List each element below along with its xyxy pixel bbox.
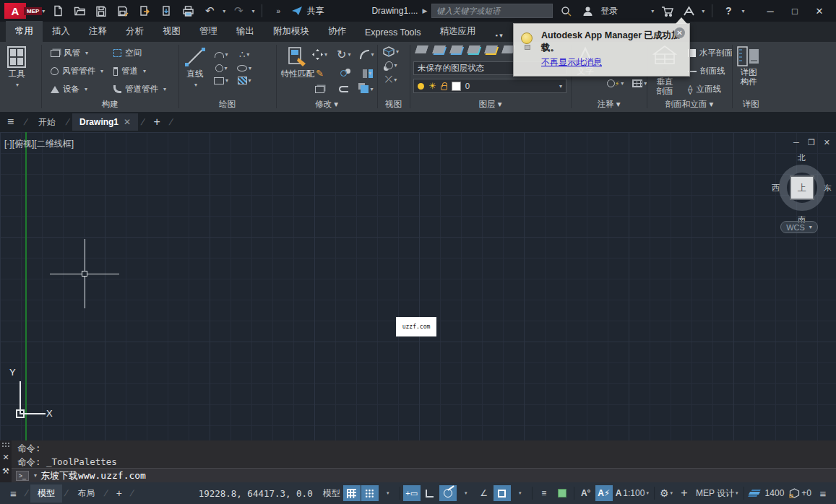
layer-on-icon[interactable]: [484, 45, 498, 53]
login-button[interactable]: 登录: [600, 5, 618, 17]
redo-dropdown[interactable]: ▾: [251, 8, 254, 14]
autodesk-dropdown[interactable]: ▾: [702, 8, 704, 14]
pipe-button[interactable]: 管道▾: [113, 66, 146, 77]
annotation-visibility-toggle[interactable]: A°: [577, 485, 595, 501]
horizontal-section-button[interactable]: 水平剖面: [688, 48, 733, 58]
model-space-toggle[interactable]: 模型: [321, 485, 342, 501]
tab-insert[interactable]: 插入: [43, 21, 79, 42]
tab-output[interactable]: 输出: [227, 21, 264, 42]
drawing-canvas[interactable]: [-][俯视][二维线框] ─ ❐ ✕ uzzf.com 上 北 南 西 东 W…: [0, 132, 836, 440]
help-icon[interactable]: ?: [720, 2, 737, 19]
status-menu-icon[interactable]: ≡: [4, 487, 22, 500]
view-cube[interactable]: 上 北 南 西 东: [772, 152, 832, 232]
recent-commands-dropdown[interactable]: ▾: [34, 472, 37, 479]
detail-component-button[interactable]: 详图构件: [737, 46, 760, 87]
save-to-web-button[interactable]: [158, 2, 175, 19]
move-button[interactable]: ▾: [312, 49, 327, 60]
circle-tool-button[interactable]: ▾: [214, 64, 228, 72]
tab-start[interactable]: 开始: [31, 113, 63, 132]
pipe-fitting-button[interactable]: 管道管件▾: [113, 84, 166, 95]
cut-plane-button[interactable]: 1400: [747, 485, 787, 501]
file-tabs-menu-icon[interactable]: ≡: [7, 116, 14, 129]
hatch-tool-button[interactable]: ▾: [237, 77, 251, 84]
close-tab-icon[interactable]: ✕: [124, 117, 131, 127]
save-as-button[interactable]: [114, 2, 132, 19]
leader-button[interactable]: ⚡▾: [607, 79, 624, 87]
maximize-button[interactable]: □: [783, 1, 807, 20]
redo-button[interactable]: ↷: [230, 2, 247, 19]
tab-addins[interactable]: 附加模块: [264, 21, 319, 42]
annotation-autoscale-toggle[interactable]: A⚡: [595, 485, 613, 501]
command-input-row[interactable]: >_ ▾ 东坡下载www.uzzf.com: [12, 468, 836, 482]
search-input[interactable]: [431, 4, 553, 18]
current-layer-combo[interactable]: ☀ 0 ▾: [413, 79, 566, 93]
tab-express-tools[interactable]: Express Tools: [355, 23, 431, 42]
snap-dropdown[interactable]: ▾: [379, 485, 397, 501]
match-properties-button[interactable]: 特性匹配: [280, 46, 315, 79]
elevation-line-button[interactable]: ⟠立面线: [688, 84, 721, 95]
osnap-dropdown[interactable]: ▾: [512, 485, 529, 501]
copy-button[interactable]: [337, 70, 350, 77]
tab-featured-apps[interactable]: 精选应用: [431, 21, 486, 42]
layer-copy-button[interactable]: ▾: [360, 85, 374, 93]
layers-panel-label[interactable]: 图层 ▾: [410, 99, 571, 110]
dynamic-input-toggle[interactable]: +▭: [403, 485, 421, 501]
login-dropdown[interactable]: ▾: [651, 8, 654, 14]
command-line-grip-strip[interactable]: ✕ ⚒: [0, 440, 12, 482]
polar-dropdown[interactable]: ▾: [457, 485, 475, 501]
grid-toggle[interactable]: [343, 485, 361, 501]
layer-freeze-icon[interactable]: [467, 45, 481, 53]
notification-close-icon[interactable]: ✕: [674, 27, 685, 38]
modify-panel-label[interactable]: 修改 ▾: [276, 99, 377, 110]
save-button[interactable]: [92, 2, 110, 19]
equipment-button[interactable]: 设备▾: [51, 84, 87, 95]
workspace-switcher[interactable]: MEP 设计▾: [694, 485, 741, 501]
command-close-icon[interactable]: ✕: [2, 453, 9, 462]
layout-tab[interactable]: 布局: [70, 485, 102, 503]
duct-fitting-button[interactable]: 风管管件▾: [51, 66, 103, 77]
drawing-restore-icon[interactable]: ❐: [808, 138, 815, 147]
stretch-button[interactable]: ▾: [360, 69, 374, 78]
elevation-button[interactable]: +0: [787, 485, 814, 501]
layer-edit-icon[interactable]: [432, 45, 446, 53]
plot-button[interactable]: [179, 2, 197, 19]
wcs-dropdown[interactable]: WCS▾: [780, 221, 818, 233]
tab-manage[interactable]: 管理: [190, 21, 227, 42]
annotate-panel-label[interactable]: 注释 ▾: [571, 99, 647, 110]
zoom-extents-button[interactable]: ⤫▾: [383, 74, 399, 85]
close-button[interactable]: ✕: [807, 1, 832, 20]
viewport-controls-label[interactable]: [-][俯视][二维线框]: [4, 138, 74, 150]
polar-tracking-toggle[interactable]: [439, 485, 457, 501]
tab-home[interactable]: 常用: [6, 21, 43, 42]
tool-palettes-button[interactable]: 工具 ▾: [7, 46, 26, 90]
tab-annotate[interactable]: 注释: [79, 21, 116, 42]
duct-button[interactable]: 风管▾: [51, 48, 88, 58]
sections-panel-label[interactable]: 剖面和立面 ▾: [647, 99, 732, 110]
ellipse-tool-button[interactable]: ▾: [237, 65, 251, 71]
table-button[interactable]: ▾: [632, 79, 647, 87]
tab-drawing1[interactable]: Drawing1✕: [72, 113, 138, 131]
model-tab[interactable]: 模型: [30, 485, 62, 503]
app-menu-button[interactable]: A MEP ▾: [4, 3, 45, 19]
app-store-cart-icon[interactable]: [658, 2, 676, 19]
share-button[interactable]: 共享: [291, 5, 324, 17]
layer-copy2-icon[interactable]: [449, 45, 463, 53]
ribbon-display-toggle[interactable]: ▪ ▾: [491, 29, 507, 42]
workspace-gear-button[interactable]: ⚙▾: [658, 485, 675, 501]
drawing-minimize-icon[interactable]: ─: [793, 138, 799, 147]
space-button[interactable]: 空间: [113, 48, 142, 58]
visual-style-button[interactable]: ▾: [383, 61, 399, 69]
arc-tool-button[interactable]: ▾: [214, 51, 228, 58]
tab-collaborate[interactable]: 协作: [319, 21, 355, 42]
undo-dropdown[interactable]: ▾: [223, 8, 225, 14]
drawing-close-icon[interactable]: ✕: [824, 138, 830, 147]
new-layout-button[interactable]: +: [111, 487, 128, 499]
lineweight-toggle[interactable]: ≡: [535, 485, 553, 501]
section-line-button[interactable]: 剖面线: [688, 66, 725, 77]
object-snap-toggle[interactable]: [494, 485, 511, 501]
erase-button[interactable]: ✎: [312, 68, 327, 79]
layer-properties-icon[interactable]: [415, 45, 428, 53]
compass-north-label[interactable]: 北: [798, 152, 806, 163]
transparency-toggle[interactable]: [553, 485, 571, 501]
qat-more-button[interactable]: »: [270, 2, 287, 19]
